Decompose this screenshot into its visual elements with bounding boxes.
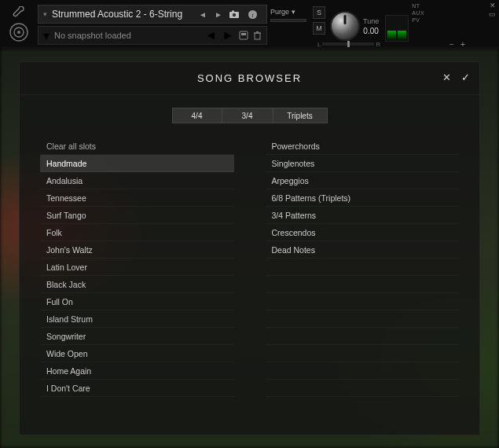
song-item[interactable]: Handmade — [40, 155, 234, 172]
svg-point-4 — [233, 13, 236, 16]
clear-all-slots[interactable]: Clear all slots — [40, 138, 234, 155]
browser-lists: Clear all slotsHandmadeAndalusiaTennesse… — [20, 138, 479, 435]
song-browser-panel: SONG BROWSER ✕ ✓ 4/4 3/4 Triplets Clear … — [19, 61, 480, 435]
pan-left-label: L — [317, 41, 321, 48]
pattern-item[interactable]: 6/8 Patterns (Triplets) — [266, 189, 460, 207]
close-icon[interactable]: ✕ — [490, 2, 496, 9]
purge-label: Purge — [270, 8, 289, 16]
panel-confirm-icon[interactable]: ✓ — [461, 72, 470, 83]
output-meter — [385, 15, 409, 42]
snapshot-delete-icon[interactable] — [253, 31, 262, 40]
info-icon[interactable]: i — [248, 9, 262, 20]
svg-rect-9 — [241, 33, 246, 35]
wrench-icon[interactable] — [12, 6, 26, 17]
solo-button[interactable]: S — [313, 6, 325, 19]
snapshot-save-icon[interactable] — [239, 31, 248, 40]
pattern-item[interactable]: Crescendos — [266, 224, 460, 241]
song-item[interactable]: Full On — [40, 293, 234, 310]
pattern-item-empty — [266, 310, 460, 328]
pattern-item-empty — [266, 259, 460, 276]
pattern-item-empty — [266, 276, 460, 293]
voice-minus-icon[interactable]: − — [447, 40, 457, 49]
purge-menu[interactable]: Purge ▾ — [270, 8, 295, 16]
snapshot-camera-icon[interactable] — [229, 10, 243, 19]
side-label-aux[interactable]: AUX — [412, 10, 424, 16]
time-signature-filters: 4/4 3/4 Triplets — [20, 95, 479, 138]
panel-header: SONG BROWSER ✕ ✓ — [20, 62, 479, 95]
snapshot-row: ▾ No snapshot loaded ◄ ► — [38, 26, 267, 45]
pattern-item-empty — [266, 345, 460, 362]
pattern-item[interactable]: Powerchords — [266, 138, 460, 155]
header-side-labels: NT AUX PV — [412, 0, 424, 49]
song-item[interactable]: Home Again — [40, 362, 234, 380]
snapshot-prev-icon[interactable]: ◄ — [204, 28, 217, 42]
song-item[interactable]: Wide Open — [40, 345, 234, 362]
panel-close-icon[interactable]: ✕ — [442, 72, 451, 83]
song-item[interactable]: Tennessee — [40, 189, 234, 207]
window-controls: ✕ ▭ — [489, 2, 496, 18]
song-item[interactable]: John's Waltz — [40, 241, 234, 259]
prev-preset-icon[interactable]: ◄ — [197, 10, 208, 19]
pattern-item[interactable]: 3/4 Patterns — [266, 207, 460, 224]
filter-3-4[interactable]: 3/4 — [222, 108, 273, 123]
pan-control[interactable]: L R — [317, 39, 380, 49]
song-list: Clear all slotsHandmadeAndalusiaTennesse… — [40, 138, 234, 427]
instrument-name-panel: ▾ Strummed Acoustic 2 - 6-String ◄ ► i ▾… — [38, 0, 267, 49]
filter-triplets[interactable]: Triplets — [273, 108, 328, 123]
snapshot-name: No snapshot loaded — [54, 31, 200, 40]
voice-stepper: − + — [447, 40, 468, 49]
song-item[interactable]: Folk — [40, 224, 234, 241]
snapshot-expand-icon[interactable]: ▾ — [43, 28, 50, 43]
svg-point-2 — [17, 31, 20, 34]
purge-area: Purge ▾ — [270, 0, 306, 49]
pattern-item-empty — [266, 380, 460, 397]
pattern-item-empty — [266, 293, 460, 310]
svg-text:i: i — [252, 11, 254, 18]
svg-rect-5 — [232, 10, 234, 12]
song-item[interactable]: Black Jack — [40, 276, 234, 293]
filter-4-4[interactable]: 4/4 — [172, 108, 222, 123]
song-item[interactable]: Island Strum — [40, 310, 234, 328]
panel-title: SONG BROWSER — [197, 72, 302, 84]
snapshot-next-icon[interactable]: ► — [222, 28, 234, 42]
memory-meter — [270, 19, 306, 22]
pan-right-label: R — [376, 41, 380, 48]
tune-label: Tune — [363, 17, 379, 25]
song-item[interactable]: I Don't Care — [40, 380, 234, 397]
tune-value: 0.00 — [363, 27, 379, 35]
instrument-header: ▾ Strummed Acoustic 2 - 6-String ◄ ► i ▾… — [0, 0, 499, 49]
chevron-down-icon: ▾ — [292, 8, 295, 16]
pan-slider[interactable] — [322, 42, 374, 46]
mute-button[interactable]: M — [313, 22, 325, 35]
pattern-item-empty — [266, 362, 460, 380]
side-label-nt[interactable]: NT — [412, 3, 424, 9]
song-item[interactable]: Surf Tango — [40, 207, 234, 224]
instrument-name-row: ▾ Strummed Acoustic 2 - 6-String ◄ ► i — [38, 5, 267, 24]
next-preset-icon[interactable]: ► — [213, 10, 224, 19]
header-left-icons — [0, 0, 38, 49]
song-item[interactable]: Andalusia — [40, 172, 234, 189]
pattern-item[interactable]: Arpeggios — [266, 172, 460, 189]
volume-knob[interactable] — [330, 11, 360, 41]
side-label-pv[interactable]: PV — [412, 17, 424, 23]
pattern-item[interactable]: Singlenotes — [266, 155, 460, 172]
song-item[interactable]: Latin Lover — [40, 259, 234, 276]
song-item[interactable]: Songwriter — [40, 328, 234, 345]
instrument-name: Strummed Acoustic 2 - 6-String — [52, 9, 193, 20]
pattern-list: PowerchordsSinglenotesArpeggios6/8 Patte… — [266, 138, 460, 427]
expand-icon[interactable]: ▾ — [43, 10, 47, 18]
pattern-item-empty — [266, 328, 460, 345]
minimize-icon[interactable]: ▭ — [489, 10, 496, 18]
tune-readout: Tune 0.00 — [363, 17, 379, 35]
voice-plus-icon[interactable]: + — [458, 40, 468, 49]
svg-rect-10 — [255, 33, 260, 39]
ni-logo-icon — [9, 22, 29, 42]
pattern-item[interactable]: Dead Notes — [266, 241, 460, 259]
